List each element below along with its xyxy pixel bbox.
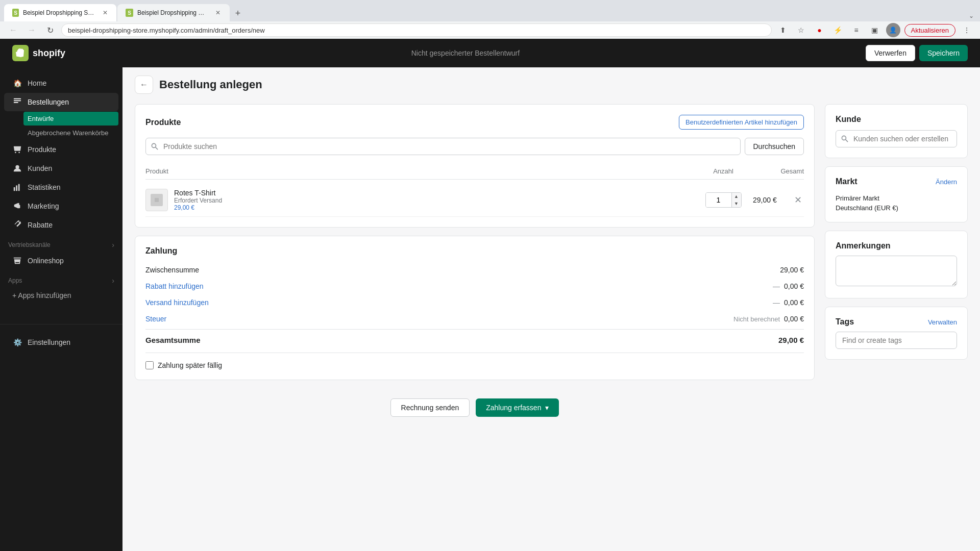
share-icon[interactable]: ⬆ <box>776 23 790 37</box>
product-total: 29,00 € <box>753 196 777 204</box>
col-gesamt: Gesamt <box>753 167 804 175</box>
browser-tabs: S Beispiel Dropshipping Store · E... ✕ S… <box>0 0 980 21</box>
sidebar-item-onlineshop[interactable]: Onlineshop <box>4 252 118 270</box>
markt-label: Primärer Markt <box>836 194 957 202</box>
quantity-input[interactable]: 1 <box>706 193 731 207</box>
sidebar-sub-abgebrochen[interactable]: Abgebrochene Warenkörbe <box>23 126 118 140</box>
sidebar-add-apps[interactable]: + Apps hinzufügen <box>4 287 118 304</box>
search-icon <box>151 142 159 151</box>
shopify-logo: shopify <box>12 45 65 61</box>
sidebar-sub-entwuerfe[interactable]: Entwürfe <box>23 112 118 126</box>
top-bar-title: Nicht gespeicherter Bestellentwurf <box>74 49 857 57</box>
rabatt-value: 0,00 € <box>784 282 804 290</box>
product-search-input[interactable] <box>145 138 741 155</box>
browser-tab-1[interactable]: S Beispiel Dropshipping Store · E... ✕ <box>4 4 116 21</box>
top-bar: shopify Nicht gespeicherter Bestellentwu… <box>0 39 980 67</box>
sidebar-toggle-icon[interactable]: ▣ <box>868 23 882 37</box>
extensions-icon[interactable]: ⚡ <box>831 23 845 37</box>
gesamt-row: Gesamtsumme 29,00 € <box>145 329 804 348</box>
main-area: 🏠 Home Bestellungen Entwürfe Abgebrochen… <box>0 67 980 551</box>
sidebar-item-einstellungen-label: Einstellungen <box>28 338 70 346</box>
markt-card-title: Markt <box>836 177 857 186</box>
send-invoice-button[interactable]: Rechnung senden <box>390 398 470 417</box>
sidebar-item-bestellungen-label: Bestellungen <box>28 98 69 106</box>
sidebar-item-produkte[interactable]: Produkte <box>4 140 118 159</box>
menu-icon[interactable]: ≡ <box>849 23 864 37</box>
tab-expand-button[interactable]: ⌄ <box>967 10 976 21</box>
product-quantity-col: 1 ▲ ▼ <box>698 192 749 208</box>
opera-icon[interactable]: ● <box>813 23 827 37</box>
tags-card-title: Tags <box>836 317 854 327</box>
url-text: beispiel-dropshipping-store.myshopify.co… <box>68 27 265 34</box>
sidebar-item-kunden[interactable]: Kunden <box>4 159 118 178</box>
app-layout: shopify Nicht gespeicherter Bestellentwu… <box>0 39 980 551</box>
onlineshop-icon <box>12 256 22 266</box>
zahlung-spaeter-checkbox[interactable] <box>145 361 154 369</box>
sidebar-item-produkte-label: Produkte <box>28 145 56 154</box>
draft-title: Nicht gespeicherter Bestellentwurf <box>411 49 520 57</box>
bookmark-icon[interactable]: ☆ <box>794 23 808 37</box>
quantity-up-button[interactable]: ▲ <box>732 193 741 200</box>
back-button[interactable]: ← <box>135 76 153 94</box>
steuer-note: Nicht berechnet <box>733 315 780 323</box>
versand-dash: — <box>773 298 780 307</box>
discard-button[interactable]: Verwerfen <box>866 45 915 61</box>
sidebar-section-apps: Apps › <box>0 270 122 287</box>
produkte-card-title: Produkte <box>145 118 181 127</box>
tab-close-2[interactable]: ✕ <box>214 9 222 17</box>
actions-row: Rechnung senden Zahlung erfassen ▾ <box>135 388 815 427</box>
table-header: Produkt Anzahl Gesamt <box>145 163 804 180</box>
capture-payment-button[interactable]: Zahlung erfassen ▾ <box>476 398 559 417</box>
new-tab-button[interactable]: + <box>231 6 245 20</box>
svg-point-3 <box>15 165 19 169</box>
profile-icon[interactable]: 👤 <box>886 23 900 37</box>
zahlung-spaeter-row: Zahlung später fällig <box>145 361 804 369</box>
sidebar-item-statistiken[interactable]: Statistiken <box>4 178 118 196</box>
browser-tab-2[interactable]: S Beispiel Dropshipping Store ✕ <box>117 4 230 21</box>
save-button[interactable]: Speichern <box>919 45 968 61</box>
add-versand-link[interactable]: Versand hinzufügen <box>145 298 209 307</box>
steuer-value: 0,00 € <box>784 315 804 323</box>
kunde-search-input[interactable] <box>836 130 957 147</box>
browser-menu-icon[interactable]: ⋮ <box>960 23 974 37</box>
sidebar-item-einstellungen[interactable]: ⚙️ Einstellungen <box>4 333 118 352</box>
browse-button[interactable]: Durchsuchen <box>745 138 804 155</box>
tab-label-2: Beispiel Dropshipping Store <box>137 9 208 16</box>
steuer-row: Steuer Nicht berechnet 0,00 € <box>145 311 804 327</box>
product-name: Rotes T-Shirt <box>174 189 222 197</box>
remove-product-button[interactable]: ✕ <box>792 194 804 206</box>
home-icon: 🏠 <box>12 78 22 88</box>
product-price: 29,00 € <box>174 204 222 211</box>
back-nav-button[interactable]: ← <box>6 23 20 37</box>
address-bar[interactable]: beispiel-dropshipping-store.myshopify.co… <box>61 23 772 37</box>
sidebar-item-marketing[interactable]: Marketing <box>4 197 118 215</box>
sidebar-item-marketing-label: Marketing <box>28 202 59 210</box>
svg-rect-0 <box>14 98 21 99</box>
update-button[interactable]: Aktualisieren <box>904 24 955 37</box>
markt-change-link[interactable]: Ändern <box>936 178 957 186</box>
steuer-link[interactable]: Steuer <box>145 315 166 323</box>
forward-nav-button[interactable]: → <box>24 23 39 37</box>
reload-nav-button[interactable]: ↻ <box>43 23 57 37</box>
browser-toolbar: ← → ↻ beispiel-dropshipping-store.myshop… <box>0 21 980 39</box>
quantity-down-button[interactable]: ▼ <box>732 200 741 207</box>
add-custom-article-button[interactable]: Benutzerdefinierten Artikel hinzufügen <box>679 115 804 130</box>
content-inner: Produkte Benutzerdefinierten Artikel hin… <box>135 104 968 427</box>
tab-close-1[interactable]: ✕ <box>102 9 108 17</box>
tags-input[interactable] <box>836 332 957 349</box>
sidebar-item-rabatte[interactable]: Rabatte <box>4 216 118 234</box>
anmerkungen-textarea[interactable] <box>836 256 957 286</box>
kunde-card: Kunde <box>825 104 968 158</box>
add-rabatt-link[interactable]: Rabatt hinzufügen <box>145 282 204 290</box>
svg-rect-6 <box>18 184 20 191</box>
sidebar-item-home[interactable]: 🏠 Home <box>4 74 118 92</box>
sidebar-item-home-label: Home <box>28 79 46 87</box>
right-column: Kunde Markt Ändern Primärer Markt <box>825 104 968 427</box>
tags-manage-link[interactable]: Verwalten <box>928 318 957 326</box>
zahlung-card-title: Zahlung <box>145 246 804 256</box>
sidebar-item-bestellungen[interactable]: Bestellungen <box>4 93 118 111</box>
capture-chevron-icon: ▾ <box>545 404 549 412</box>
product-info: Rotes T-Shirt Erfordert Versand 29,00 € <box>145 189 694 211</box>
sidebar-item-onlineshop-label: Onlineshop <box>28 257 64 265</box>
tab-favicon-2: S <box>126 9 133 17</box>
